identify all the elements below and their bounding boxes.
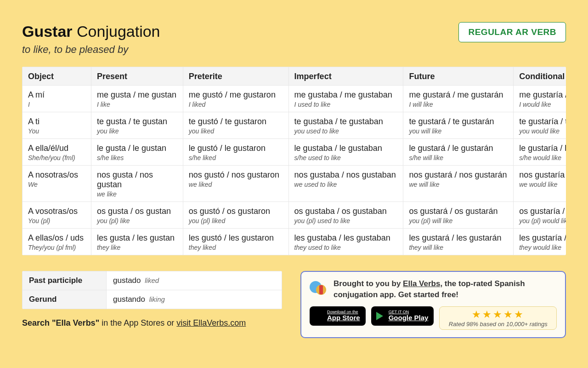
col-header: Future — [403, 67, 514, 85]
participle-row: Gerundgustando liking — [23, 290, 282, 309]
object-cell: A ella/él/udShe/he/you (fml) — [23, 138, 91, 165]
conj-cell: nos gustó / nos gustaronwe liked — [183, 165, 288, 201]
play-icon — [376, 312, 383, 320]
conjugation-table-wrap: ObjectPresentPreteriteImperfectFutureCon… — [22, 67, 566, 255]
search-text: Search "Ella Verbs" in the App Stores or… — [22, 318, 282, 328]
conjugation-table: ObjectPresentPreteriteImperfectFutureCon… — [22, 67, 566, 255]
star-icons: ★★★★★ — [443, 310, 553, 320]
conj-cell: le gustaba / le gustabans/he used to lik… — [288, 138, 403, 165]
table-row: A ella/él/udShe/he/you (fml)le gusta / l… — [23, 138, 566, 165]
promo-bottom: Download on the App Store GET IT ON Goog… — [310, 306, 557, 330]
conj-cell: te gusta / te gustanyou like — [91, 112, 183, 138]
conj-cell: os gustó / os gustaronyou (pl) liked — [183, 201, 288, 228]
col-header: Present — [91, 67, 183, 85]
conj-cell: nos gusta / nos gustanwe like — [91, 165, 183, 201]
conj-cell: le gustará / le gustaráns/he will like — [403, 138, 514, 165]
conj-cell: os gustaría / os gustaríanyou (pl) would… — [514, 201, 566, 228]
page-title: Gustar Conjugation — [22, 22, 160, 41]
conj-cell: me gustó / me gustaronI liked — [183, 85, 288, 112]
conj-cell: nos gustaría / nos gustaríanwe would lik… — [514, 165, 566, 201]
col-header: Conditional — [514, 67, 566, 85]
conj-cell: os gustará / os gustarányou (pl) will li… — [403, 201, 514, 228]
participle-value: gustando liking — [107, 290, 282, 309]
col-header: Imperfect — [288, 67, 403, 85]
bottom-row: Past participlegustado likedGerundgustan… — [22, 271, 566, 338]
object-cell: A ellas/os / udsThey/you (pl fml) — [23, 228, 91, 255]
conj-cell: le gustó / le gustarons/he liked — [183, 138, 288, 165]
ellaverbs-logo-icon — [310, 278, 328, 297]
conj-cell: os gustaba / os gustabanyou (pl) used to… — [288, 201, 403, 228]
col-header: Object — [23, 67, 91, 85]
ellaverbs-link[interactable]: visit EllaVerbs.com — [176, 318, 246, 328]
participle-value: gustado liked — [107, 271, 282, 290]
conj-cell: te gustará / te gustarányou will like — [403, 112, 514, 138]
conj-cell: os gusta / os gustanyou (pl) like — [91, 201, 183, 228]
table-row: A ellas/os / udsThey/you (pl fml)les gus… — [23, 228, 566, 255]
conj-cell: me gustaba / me gustabanI used to like — [288, 85, 403, 112]
conj-cell: me gusta / me gustanI like — [91, 85, 183, 112]
left-bottom: Past participlegustado likedGerundgustan… — [22, 271, 282, 328]
table-row: A tiYoute gusta / te gustanyou likete gu… — [23, 112, 566, 138]
conj-cell: te gustó / te gustaronyou liked — [183, 112, 288, 138]
promo-box: Brought to you by Ella Verbs, the top-ra… — [300, 271, 566, 338]
object-cell: A míI — [23, 85, 91, 112]
conj-cell: nos gustaba / nos gustabanwe used to lik… — [288, 165, 403, 201]
promo-top: Brought to you by Ella Verbs, the top-ra… — [310, 278, 557, 301]
participle-label: Gerund — [23, 290, 107, 309]
promo-text: Brought to you by Ella Verbs, the top-ra… — [334, 278, 557, 301]
table-row: A míIme gusta / me gustanI likeme gustó … — [23, 85, 566, 112]
conj-cell: te gustaría / te gustaríanyou would like — [514, 112, 566, 138]
participle-row: Past participlegustado liked — [23, 271, 282, 290]
table-row: A nosotras/osWenos gusta / nos gustanwe … — [23, 165, 566, 201]
rating-box: ★★★★★ Rated 98% based on 10,000+ ratings — [439, 306, 557, 330]
conj-cell: les gustaría / les gustaríanthey would l… — [514, 228, 566, 255]
rating-text: Rated 98% based on 10,000+ ratings — [443, 321, 553, 328]
google-play-button[interactable]: GET IT ON Google Play — [371, 306, 434, 326]
header: Gustar Conjugation to like, to be please… — [22, 22, 566, 56]
ellaverbs-promo-link[interactable]: Ella Verbs — [403, 279, 440, 288]
conj-cell: me gustará / me gustaránI will like — [403, 85, 514, 112]
table-row: A vosotras/osYou (pl)os gusta / os gusta… — [23, 201, 566, 228]
conj-cell: les gusta / les gustanthey like — [91, 228, 183, 255]
subtitle: to like, to be pleased by — [22, 44, 160, 56]
conj-cell: les gustará / les gustaránthey will like — [403, 228, 514, 255]
conj-cell: les gustaba / les gustabanthey used to l… — [288, 228, 403, 255]
participle-label: Past participle — [23, 271, 107, 290]
conj-cell: me gustaría / me gustaríanI would like — [514, 85, 566, 112]
conj-cell: nos gustará / nos gustaránwe will like — [403, 165, 514, 201]
conj-cell: te gustaba / te gustabanyou used to like — [288, 112, 403, 138]
col-header: Preterite — [183, 67, 288, 85]
conj-cell: le gusta / le gustans/he likes — [91, 138, 183, 165]
participle-table: Past participlegustado likedGerundgustan… — [22, 271, 282, 309]
conj-cell: les gustó / les gustaronthey liked — [183, 228, 288, 255]
title-block: Gustar Conjugation to like, to be please… — [22, 22, 160, 56]
conj-cell: le gustaría / le gustaríans/he would lik… — [514, 138, 566, 165]
object-cell: A tiYou — [23, 112, 91, 138]
app-store-button[interactable]: Download on the App Store — [310, 306, 366, 326]
object-cell: A nosotras/osWe — [23, 165, 91, 201]
object-cell: A vosotras/osYou (pl) — [23, 201, 91, 228]
verb-type-badge: REGULAR AR VERB — [458, 22, 566, 42]
